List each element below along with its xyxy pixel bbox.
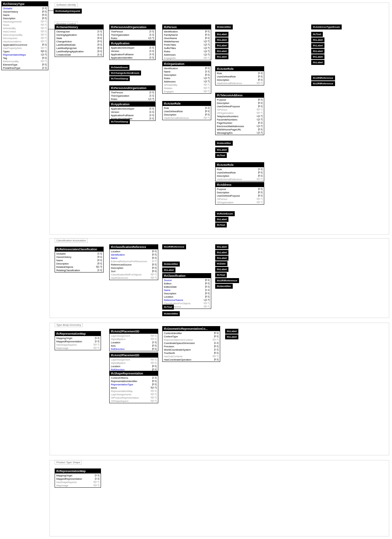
type-ifc-label-r5: IfcLabel (311, 60, 324, 65)
type-ifc-text-b1: IfcText (215, 222, 227, 227)
header-person-org-1: IfcPersonAndOrganization (110, 25, 155, 29)
entity-classification-reference: IfcClassificationReference Location[0:1]… (109, 244, 158, 280)
type-ifc-identifier-1: IfcIdentifier (215, 24, 233, 29)
body-ifc-organization: Identification[0:1] Name[1:1] Descriptio… (163, 66, 211, 93)
entity-telecom-address: IfcTelecomAddress Purpose[0:1] Descripti… (215, 93, 264, 135)
section-classification: Classification Association (55, 238, 88, 243)
body-owner-history: OwningUser[1:1] OwningApplication[1:1] S… (55, 29, 103, 57)
body-application-2: ApplicationDeveloper[1:1] Version[1:1] A… (110, 107, 155, 121)
type-ifc-label-r2: IfcLabel (311, 43, 324, 48)
header-representation-map-1: IfcRepresentationMap (55, 331, 101, 336)
header-ifc-person: IfcPerson (163, 25, 211, 29)
diagram-container: Software Identity Revision Control Class… (0, 0, 392, 539)
body-person-org-1: ThePerson[1:1] TheOrganization[1:1] Role… (110, 29, 155, 40)
type-ifc-identifier-class-bot: IfcIdentifier (162, 311, 180, 316)
type-ifc-identifier-class: IfcIdentifier (162, 262, 180, 267)
type-ifc-uri-ref-class-r: IfcURIReference (215, 278, 239, 283)
body-rel-associates: GlobalId[1:1] OwnerHistory[0:1] Name[0:1… (55, 252, 103, 272)
header-actor-role-1: IfcActorRole (163, 101, 211, 106)
type-ifc-label-geo-1: IfcLabel (225, 329, 238, 334)
entity-application-2: IfcApplication ApplicationDeveloper[1:1]… (109, 102, 156, 121)
type-ifc-address-type-enum: IfcAddressTypeEnum (311, 24, 342, 29)
type-ifc-identifier-2: IfcIdentifier (215, 141, 233, 146)
type-ifc-label-4: IfcLabel (215, 49, 228, 54)
section-type-body: Type Body Geometry (55, 323, 83, 327)
entity-person-org-1: IfcPersonAndOrganization ThePerson[1:1] … (109, 24, 156, 40)
body-representation-map-2: MappingOrigin[1:1] MappedRepresentation[… (55, 473, 101, 487)
type-ifc-label-5: IfcLabel (215, 54, 228, 59)
body-axis2-placement-3d: LayerAssignmentS[0:1] StyledByItemS[0:1]… (110, 334, 158, 351)
entity-ifc-classification: IfcClassification Source[0:1] Edition[0:… (162, 273, 211, 309)
section-software-identity: Software Identity (55, 3, 78, 7)
entity-application-1: IfcApplication ApplicationDeveloper[1:1]… (109, 41, 156, 60)
type-ifc-change-action-enum: IfcChangeActionEnum (109, 71, 141, 75)
type-ifc-identifier-class-r: IfcIdentifier (215, 284, 233, 289)
body-axis2-placement-2d: LayerAssignmentS[0:1] StyledByItemS[0:1]… (110, 358, 158, 371)
type-ifc-date: IfcDate (215, 261, 227, 266)
entity-actor-role-1: IfcActorRole Role[1:1] UserDefinedRole[0… (162, 101, 211, 120)
entity-geometric-rep-context: IfcGeometricRepresentationCo... ContextI… (162, 326, 220, 362)
entity-axis2-placement-2d: IfcAxis2Placement2D LayerAssignmentS[0:1… (109, 353, 158, 372)
type-ifc-text-2: IfcText (215, 153, 227, 158)
type-ifc-label-1: IfcLabel (215, 32, 228, 37)
header-ifc-address: IfcAddress (216, 182, 264, 187)
type-ifc-role-enum: IfcRoleEnum (215, 211, 235, 216)
entity-rel-associates-classification: IfcRelAssociatesClassification GlobalId[… (55, 247, 104, 272)
type-ifc-label-r1: IfcLabel (311, 37, 324, 42)
type-ifc-label-m1: IfcLabel (215, 147, 228, 152)
type-ifc-uri-reference-2: IfcURIReference (311, 81, 335, 86)
type-ifc-label-2: IfcLabel (215, 37, 228, 42)
entity-person-org-2: IfcPersonAndOrganization ThePerson[1:1] … (109, 85, 156, 101)
header-actor-role-right: IfcActorRole (216, 67, 264, 71)
entity-ifc-chimney-type: IfcChimneyType GlobalId[1:1] OwnerHistor… (1, 1, 48, 70)
header-representation-map-2: IfcRepresentationMap (55, 469, 101, 473)
type-ifc-timestamp-2: IfcTimeStamp (109, 119, 130, 124)
entity-actor-role-right: IfcActorRole Role[1:1] UserDefinedRole[0… (215, 66, 264, 85)
body-person-org-2: ThePerson[1:1] TheOrganization[1:1] Role… (110, 90, 155, 101)
type-ifc-label-geo-2: IfcLabel (225, 334, 238, 339)
type-ifc-label-class-r3: IfcLabel (215, 256, 228, 261)
type-ifc-state-enum: IfcStateEnum (109, 65, 129, 70)
entity-ifc-person: IfcPerson Identification[0:1] FamilyName… (162, 24, 211, 60)
type-ifc-globally-unique-id: IfcGloballyUniqueId (54, 9, 82, 14)
entity-ifc-organization: IfcOrganization Identification[0:1] Name… (162, 61, 211, 94)
header-actor-role-2: IfcActorRole (216, 163, 264, 167)
type-ifc-label-class-r4: IfcLabel (215, 267, 228, 272)
type-ifc-text-class: IfcText (215, 272, 227, 277)
header-axis2-placement-3d: IfcAxis2Placement3D (110, 329, 158, 334)
body-geometric-rep-context: ContextIdentifier[0:1] ContextType[0:1] … (163, 331, 220, 362)
header-geometric-rep-context: IfcGeometricRepresentationCo... (163, 326, 220, 331)
header-shape-representation: IfcShapeRepresentation (110, 371, 158, 376)
body-telecom-address: Purpose[0:1] Description[0:1] UserDefine… (216, 98, 264, 135)
type-ifc-timestamp: IfcTimeStamp (109, 76, 130, 81)
header-application-1: IfcApplication (110, 41, 155, 46)
entity-ifc-address: IfcAddress Purpose[0:1] Description[0:1]… (215, 182, 264, 205)
entity-header-chimney: IfcChimneyType (2, 2, 48, 6)
body-classification-reference: Location[0:1] Identification[0:1] Name[0… (110, 249, 158, 280)
entity-axis2-placement-3d: IfcAxis2Placement3D LayerAssignmentS[0:1… (109, 329, 158, 351)
header-axis2-placement-2d: IfcAxis2Placement2D (110, 353, 158, 358)
section-product-type: Product Type Shape (55, 460, 82, 465)
entity-body-chimney: GlobalId[1:1] OwnerHistory[0:1] Name[0:1… (2, 6, 48, 70)
entity-representation-map-2: IfcRepresentationMap MappingOrigin[1:1] … (55, 468, 101, 488)
type-ifc-text-1: IfcText (311, 32, 323, 37)
body-actor-role-right: Role[1:1] UserDefinedRole[0:1] Descripti… (216, 71, 264, 85)
header-telecom-address: IfcTelecomAddress (216, 93, 264, 98)
type-ifc-label-class-r2: IfcLabel (215, 250, 228, 255)
type-ifc-text-class-bot: IfcText (162, 305, 174, 310)
type-ifc-label-r3: IfcLabel (311, 49, 324, 54)
body-ifc-person: Identification[0:1] FamilyName[0:1] Give… (163, 29, 211, 60)
body-shape-representation: ContextOfItems[1:1] RepresentationIdenti… (110, 376, 158, 403)
body-representation-map-1: MappingOrigin[1:1] MappedRepresentation[… (55, 336, 101, 350)
header-owner-history: IfcOwnerHistory (55, 25, 103, 29)
header-ifc-organization: IfcOrganization (163, 62, 211, 66)
entity-actor-role-2: IfcActorRole Role[1:1] UserDefinedRole[0… (215, 162, 264, 181)
header-person-org-2: IfcPersonAndOrganization (110, 86, 155, 90)
type-ifc-uri-ref-class: IfcURIReference (162, 244, 186, 249)
header-classification-reference: IfcClassificationReference (110, 245, 158, 249)
body-ifc-classification: Source[0:1] Edition[0:1] EditionDate[0:1… (163, 278, 211, 309)
type-ifc-label-3: IfcLabel (215, 43, 228, 48)
header-rel-associates: IfcRelAssociatesClassification (55, 247, 103, 252)
header-ifc-classification: IfcClassification (163, 273, 211, 278)
entity-representation-map-1: IfcRepresentationMap MappingOrigin[1:1] … (55, 331, 101, 350)
